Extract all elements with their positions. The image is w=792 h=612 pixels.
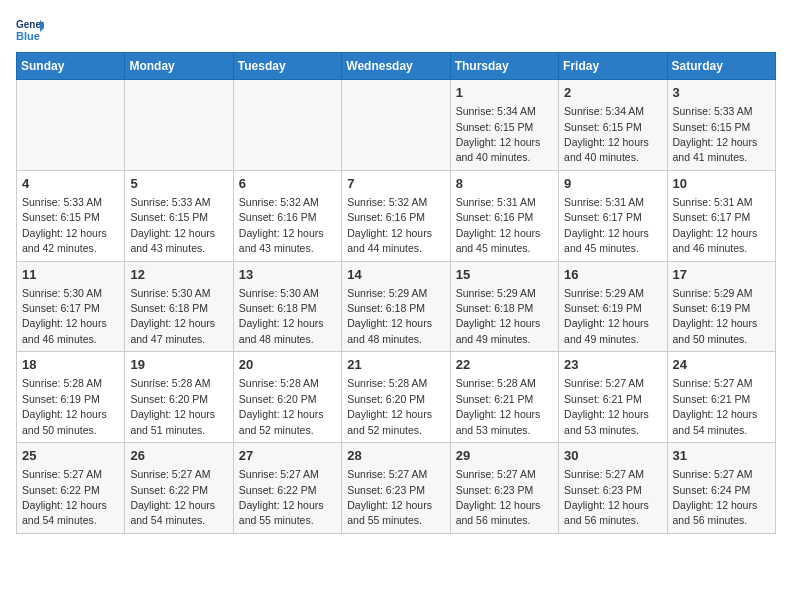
day-info: Sunrise: 5:28 AM Sunset: 6:20 PM Dayligh… [347, 377, 432, 435]
day-info: Sunrise: 5:29 AM Sunset: 6:19 PM Dayligh… [673, 287, 758, 345]
day-number: 24 [673, 356, 770, 374]
page-header: General Blue [16, 16, 776, 44]
day-info: Sunrise: 5:30 AM Sunset: 6:18 PM Dayligh… [239, 287, 324, 345]
calendar-cell: 8Sunrise: 5:31 AM Sunset: 6:16 PM Daylig… [450, 170, 558, 261]
day-info: Sunrise: 5:27 AM Sunset: 6:23 PM Dayligh… [456, 468, 541, 526]
day-number: 22 [456, 356, 553, 374]
calendar-cell: 13Sunrise: 5:30 AM Sunset: 6:18 PM Dayli… [233, 261, 341, 352]
calendar-cell: 7Sunrise: 5:32 AM Sunset: 6:16 PM Daylig… [342, 170, 450, 261]
day-number: 5 [130, 175, 227, 193]
day-info: Sunrise: 5:29 AM Sunset: 6:18 PM Dayligh… [456, 287, 541, 345]
weekday-header-sunday: Sunday [17, 53, 125, 80]
calendar-cell [125, 80, 233, 171]
day-info: Sunrise: 5:27 AM Sunset: 6:21 PM Dayligh… [673, 377, 758, 435]
calendar-week-row: 11Sunrise: 5:30 AM Sunset: 6:17 PM Dayli… [17, 261, 776, 352]
day-number: 3 [673, 84, 770, 102]
day-info: Sunrise: 5:32 AM Sunset: 6:16 PM Dayligh… [347, 196, 432, 254]
calendar-cell: 26Sunrise: 5:27 AM Sunset: 6:22 PM Dayli… [125, 443, 233, 534]
day-number: 23 [564, 356, 661, 374]
day-info: Sunrise: 5:31 AM Sunset: 6:17 PM Dayligh… [564, 196, 649, 254]
logo: General Blue [16, 16, 44, 44]
weekday-header-tuesday: Tuesday [233, 53, 341, 80]
day-info: Sunrise: 5:29 AM Sunset: 6:19 PM Dayligh… [564, 287, 649, 345]
day-number: 20 [239, 356, 336, 374]
calendar-cell: 18Sunrise: 5:28 AM Sunset: 6:19 PM Dayli… [17, 352, 125, 443]
day-number: 21 [347, 356, 444, 374]
calendar-cell: 30Sunrise: 5:27 AM Sunset: 6:23 PM Dayli… [559, 443, 667, 534]
day-info: Sunrise: 5:27 AM Sunset: 6:22 PM Dayligh… [130, 468, 215, 526]
calendar-cell: 1Sunrise: 5:34 AM Sunset: 6:15 PM Daylig… [450, 80, 558, 171]
day-number: 28 [347, 447, 444, 465]
calendar-cell: 11Sunrise: 5:30 AM Sunset: 6:17 PM Dayli… [17, 261, 125, 352]
day-info: Sunrise: 5:27 AM Sunset: 6:22 PM Dayligh… [239, 468, 324, 526]
calendar-cell: 27Sunrise: 5:27 AM Sunset: 6:22 PM Dayli… [233, 443, 341, 534]
day-number: 1 [456, 84, 553, 102]
day-info: Sunrise: 5:30 AM Sunset: 6:17 PM Dayligh… [22, 287, 107, 345]
day-number: 12 [130, 266, 227, 284]
svg-text:General: General [16, 19, 44, 30]
day-number: 29 [456, 447, 553, 465]
weekday-header-friday: Friday [559, 53, 667, 80]
calendar-cell: 21Sunrise: 5:28 AM Sunset: 6:20 PM Dayli… [342, 352, 450, 443]
calendar-cell: 9Sunrise: 5:31 AM Sunset: 6:17 PM Daylig… [559, 170, 667, 261]
calendar-cell: 31Sunrise: 5:27 AM Sunset: 6:24 PM Dayli… [667, 443, 775, 534]
day-info: Sunrise: 5:28 AM Sunset: 6:20 PM Dayligh… [130, 377, 215, 435]
day-info: Sunrise: 5:27 AM Sunset: 6:23 PM Dayligh… [564, 468, 649, 526]
day-number: 26 [130, 447, 227, 465]
calendar-cell: 12Sunrise: 5:30 AM Sunset: 6:18 PM Dayli… [125, 261, 233, 352]
calendar-cell: 24Sunrise: 5:27 AM Sunset: 6:21 PM Dayli… [667, 352, 775, 443]
calendar-cell [233, 80, 341, 171]
day-number: 10 [673, 175, 770, 193]
day-info: Sunrise: 5:27 AM Sunset: 6:24 PM Dayligh… [673, 468, 758, 526]
weekday-header-wednesday: Wednesday [342, 53, 450, 80]
calendar-cell [342, 80, 450, 171]
day-number: 31 [673, 447, 770, 465]
calendar-cell: 19Sunrise: 5:28 AM Sunset: 6:20 PM Dayli… [125, 352, 233, 443]
day-info: Sunrise: 5:34 AM Sunset: 6:15 PM Dayligh… [564, 105, 649, 163]
calendar-cell [17, 80, 125, 171]
weekday-header-thursday: Thursday [450, 53, 558, 80]
calendar-cell: 15Sunrise: 5:29 AM Sunset: 6:18 PM Dayli… [450, 261, 558, 352]
weekday-header-saturday: Saturday [667, 53, 775, 80]
day-number: 9 [564, 175, 661, 193]
day-number: 17 [673, 266, 770, 284]
calendar-cell: 22Sunrise: 5:28 AM Sunset: 6:21 PM Dayli… [450, 352, 558, 443]
day-number: 30 [564, 447, 661, 465]
day-info: Sunrise: 5:28 AM Sunset: 6:20 PM Dayligh… [239, 377, 324, 435]
calendar-cell: 2Sunrise: 5:34 AM Sunset: 6:15 PM Daylig… [559, 80, 667, 171]
day-number: 19 [130, 356, 227, 374]
day-number: 2 [564, 84, 661, 102]
day-number: 8 [456, 175, 553, 193]
day-info: Sunrise: 5:27 AM Sunset: 6:21 PM Dayligh… [564, 377, 649, 435]
day-number: 14 [347, 266, 444, 284]
calendar-cell: 6Sunrise: 5:32 AM Sunset: 6:16 PM Daylig… [233, 170, 341, 261]
calendar-cell: 20Sunrise: 5:28 AM Sunset: 6:20 PM Dayli… [233, 352, 341, 443]
day-number: 13 [239, 266, 336, 284]
day-info: Sunrise: 5:27 AM Sunset: 6:23 PM Dayligh… [347, 468, 432, 526]
day-number: 18 [22, 356, 119, 374]
day-number: 6 [239, 175, 336, 193]
day-info: Sunrise: 5:29 AM Sunset: 6:18 PM Dayligh… [347, 287, 432, 345]
day-info: Sunrise: 5:28 AM Sunset: 6:21 PM Dayligh… [456, 377, 541, 435]
calendar-cell: 10Sunrise: 5:31 AM Sunset: 6:17 PM Dayli… [667, 170, 775, 261]
calendar-week-row: 1Sunrise: 5:34 AM Sunset: 6:15 PM Daylig… [17, 80, 776, 171]
calendar-cell: 5Sunrise: 5:33 AM Sunset: 6:15 PM Daylig… [125, 170, 233, 261]
calendar-cell: 29Sunrise: 5:27 AM Sunset: 6:23 PM Dayli… [450, 443, 558, 534]
day-info: Sunrise: 5:30 AM Sunset: 6:18 PM Dayligh… [130, 287, 215, 345]
day-number: 15 [456, 266, 553, 284]
day-number: 27 [239, 447, 336, 465]
day-number: 4 [22, 175, 119, 193]
weekday-header-row: SundayMondayTuesdayWednesdayThursdayFrid… [17, 53, 776, 80]
day-info: Sunrise: 5:33 AM Sunset: 6:15 PM Dayligh… [673, 105, 758, 163]
calendar-cell: 3Sunrise: 5:33 AM Sunset: 6:15 PM Daylig… [667, 80, 775, 171]
day-info: Sunrise: 5:28 AM Sunset: 6:19 PM Dayligh… [22, 377, 107, 435]
calendar-cell: 25Sunrise: 5:27 AM Sunset: 6:22 PM Dayli… [17, 443, 125, 534]
calendar-cell: 16Sunrise: 5:29 AM Sunset: 6:19 PM Dayli… [559, 261, 667, 352]
day-info: Sunrise: 5:31 AM Sunset: 6:16 PM Dayligh… [456, 196, 541, 254]
calendar-cell: 14Sunrise: 5:29 AM Sunset: 6:18 PM Dayli… [342, 261, 450, 352]
day-info: Sunrise: 5:32 AM Sunset: 6:16 PM Dayligh… [239, 196, 324, 254]
calendar-week-row: 4Sunrise: 5:33 AM Sunset: 6:15 PM Daylig… [17, 170, 776, 261]
day-info: Sunrise: 5:34 AM Sunset: 6:15 PM Dayligh… [456, 105, 541, 163]
calendar-cell: 28Sunrise: 5:27 AM Sunset: 6:23 PM Dayli… [342, 443, 450, 534]
calendar-cell: 17Sunrise: 5:29 AM Sunset: 6:19 PM Dayli… [667, 261, 775, 352]
